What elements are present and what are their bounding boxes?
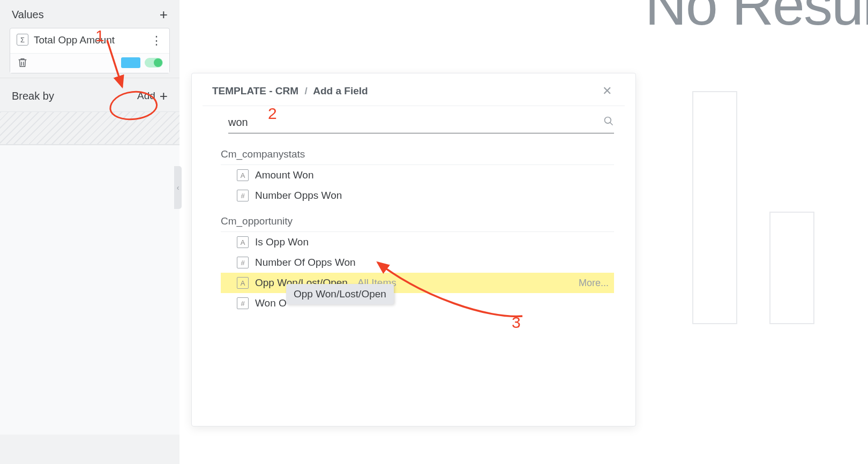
value-item-chips	[121, 57, 163, 68]
type-badge-text-icon: A	[237, 236, 249, 248]
value-toggle[interactable]	[145, 58, 163, 68]
breakby-title: Break by	[12, 90, 54, 102]
breadcrumb: TEMPLATE - CRM / Add a Field	[212, 85, 368, 97]
field-result-item[interactable]: # Number Of Opps Won	[221, 252, 614, 273]
trash-icon	[17, 57, 28, 69]
breadcrumb-tail: Add a Field	[313, 85, 368, 96]
svg-point-0	[605, 117, 611, 124]
field-name: Amount Won	[255, 169, 313, 181]
close-button[interactable]: ✕	[602, 84, 612, 98]
value-item-footer	[10, 53, 169, 73]
breakby-add-label: Add	[137, 90, 155, 102]
field-search-input[interactable]	[228, 116, 603, 129]
search-row	[228, 114, 614, 133]
type-badge-text-icon: A	[237, 277, 249, 289]
field-result-item-highlighted[interactable]: A Opp Won/Lost/Open All Items More...	[221, 273, 614, 293]
field-name: Is Opp Won	[255, 236, 309, 248]
delete-value-button[interactable]	[17, 57, 28, 69]
field-name: Number Of Opps Won	[255, 257, 356, 268]
breakby-header: Break by Add +	[0, 78, 179, 111]
add-value-button[interactable]: +	[160, 8, 168, 21]
field-more-link[interactable]: More...	[579, 278, 609, 289]
sigma-icon: Σ	[17, 34, 28, 46]
field-tooltip: Opp Won/Lost/Open	[286, 284, 394, 304]
sidebar-collapse-handle[interactable]: ‹	[174, 166, 182, 209]
field-name: Number Opps Won	[255, 190, 342, 201]
field-name: Won O	[255, 297, 287, 309]
no-results-heading: No Result	[645, 0, 868, 38]
type-badge-text-icon: A	[237, 169, 249, 181]
field-result-item[interactable]: A Is Opp Won	[221, 232, 614, 252]
value-item-label: Total Opp Amount	[34, 34, 150, 47]
ghost-bar	[769, 212, 814, 324]
breadcrumb-separator: /	[304, 85, 307, 96]
search-icon	[603, 116, 614, 129]
value-item-menu-button[interactable]	[150, 34, 163, 48]
color-chip[interactable]	[121, 57, 140, 68]
breakby-section: Break by Add +	[0, 78, 179, 145]
values-section: Values + Σ Total Opp Amount	[0, 0, 179, 78]
value-item-card[interactable]: Σ Total Opp Amount	[10, 28, 170, 73]
values-title: Values	[12, 9, 44, 21]
value-item-row: Σ Total Opp Amount	[10, 28, 169, 53]
plus-icon: +	[160, 89, 168, 103]
result-group-title: Cm_opportunity	[221, 211, 614, 232]
field-result-item[interactable]: # Number Opps Won	[221, 185, 614, 206]
type-badge-number-icon: #	[237, 190, 249, 201]
svg-line-1	[610, 123, 613, 125]
background-chart-placeholder	[692, 91, 868, 324]
breakby-add-button[interactable]: Add +	[137, 89, 168, 103]
field-result-item[interactable]: A Amount Won	[221, 165, 614, 185]
ghost-bar	[692, 91, 737, 324]
search-results: Cm_companystats A Amount Won # Number Op…	[221, 144, 614, 313]
type-badge-number-icon: #	[237, 297, 249, 309]
config-sidebar: Values + Σ Total Opp Amount Break by	[0, 0, 179, 464]
type-badge-number-icon: #	[237, 257, 249, 268]
values-header: Values +	[0, 0, 179, 28]
field-result-item[interactable]: # Won O	[221, 293, 614, 313]
result-group-title: Cm_companystats	[221, 144, 614, 165]
breakby-dropzone[interactable]	[0, 111, 179, 145]
add-field-popover: TEMPLATE - CRM / Add a Field ✕ Cm_compan…	[191, 73, 636, 426]
breadcrumb-root: TEMPLATE - CRM	[212, 85, 298, 96]
sidebar-spacer	[0, 145, 179, 435]
popover-header: TEMPLATE - CRM / Add a Field ✕	[203, 73, 625, 106]
